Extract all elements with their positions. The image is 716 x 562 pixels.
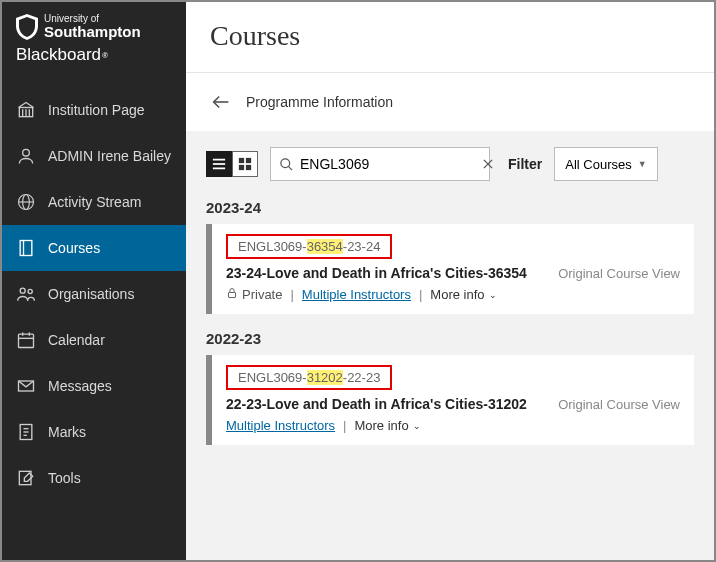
sidebar-item-courses[interactable]: Courses	[2, 225, 186, 271]
nav-label: Tools	[48, 470, 81, 486]
search-icon[interactable]	[279, 157, 294, 172]
course-meta: Private | Multiple Instructors | More in…	[226, 287, 680, 302]
nav-label: Marks	[48, 424, 86, 440]
sidebar-item-tools[interactable]: Tools	[2, 455, 186, 501]
main: Courses Programme Information	[186, 2, 714, 560]
course-title: 22-23-Love and Death in Africa's Cities-…	[226, 396, 527, 412]
course-view-type: Original Course View	[558, 266, 680, 281]
course-view-type: Original Course View	[558, 397, 680, 412]
nav-label: Calendar	[48, 332, 105, 348]
svg-rect-28	[239, 165, 244, 170]
nav: Institution Page ADMIN Irene Bailey Acti…	[2, 83, 186, 501]
clear-icon[interactable]	[481, 157, 495, 171]
svg-point-4	[23, 149, 30, 156]
svg-rect-12	[19, 334, 34, 347]
nav-label: Institution Page	[48, 102, 145, 118]
search-box	[270, 147, 490, 181]
sidebar-item-marks[interactable]: Marks	[2, 409, 186, 455]
search-input[interactable]	[300, 156, 475, 172]
nav-label: Activity Stream	[48, 194, 141, 210]
sidebar-item-messages[interactable]: Messages	[2, 363, 186, 409]
svg-rect-29	[246, 165, 251, 170]
course-card[interactable]: ENGL3069-31202-22-23 22-23-Love and Deat…	[206, 355, 694, 445]
more-info-button[interactable]: More info ⌄	[430, 287, 496, 302]
document-icon	[16, 422, 36, 442]
nav-label: Messages	[48, 378, 112, 394]
content-area: Filter All Courses ▼ 2023-24 ENGL3069-36…	[186, 131, 714, 560]
private-label: Private	[226, 287, 282, 302]
chevron-down-icon: ⌄	[489, 290, 497, 300]
nav-label: Organisations	[48, 286, 134, 302]
svg-point-10	[20, 288, 25, 293]
more-info-button[interactable]: More info ⌄	[354, 418, 420, 433]
sidebar: University of Southampton Blackboard® In…	[2, 2, 186, 560]
course-meta: Multiple Instructors | More info ⌄	[226, 418, 680, 433]
globe-icon	[16, 192, 36, 212]
brand-university: Southampton	[44, 23, 141, 40]
lock-icon	[226, 287, 238, 302]
sidebar-item-admin[interactable]: ADMIN Irene Bailey	[2, 133, 186, 179]
edit-icon	[16, 468, 36, 488]
sidebar-item-institution[interactable]: Institution Page	[2, 87, 186, 133]
sidebar-item-activity[interactable]: Activity Stream	[2, 179, 186, 225]
chevron-down-icon: ▼	[638, 159, 647, 169]
back-arrow-icon[interactable]	[210, 91, 232, 113]
svg-point-30	[281, 158, 290, 167]
filter-label: Filter	[508, 156, 542, 172]
course-card[interactable]: ENGL3069-36354-23-24 23-24-Love and Deat…	[206, 224, 694, 314]
svg-rect-24	[213, 163, 225, 165]
list-view-button[interactable]	[206, 151, 232, 177]
brand-product: Blackboard®	[16, 45, 172, 65]
svg-rect-34	[229, 293, 236, 298]
breadcrumb-row: Programme Information	[186, 73, 714, 131]
instructors-link[interactable]: Multiple Instructors	[302, 287, 411, 302]
institution-icon	[16, 100, 36, 120]
page-header: Courses	[186, 2, 714, 73]
term-heading: 2023-24	[206, 199, 694, 216]
svg-point-11	[28, 289, 32, 293]
svg-rect-27	[246, 158, 251, 163]
svg-line-31	[288, 166, 292, 170]
envelope-icon	[16, 376, 36, 396]
course-id: ENGL3069-31202-22-23	[226, 365, 392, 390]
svg-rect-8	[20, 241, 32, 256]
brand-block: University of Southampton Blackboard®	[2, 2, 186, 83]
course-title: 23-24-Love and Death in Africa's Cities-…	[226, 265, 527, 281]
svg-rect-23	[213, 159, 225, 161]
svg-rect-26	[239, 158, 244, 163]
page-title: Courses	[210, 20, 690, 52]
user-icon	[16, 146, 36, 166]
instructors-link[interactable]: Multiple Instructors	[226, 418, 335, 433]
filter-select[interactable]: All Courses ▼	[554, 147, 657, 181]
book-icon	[16, 238, 36, 258]
chevron-down-icon: ⌄	[413, 421, 421, 431]
course-id: ENGL3069-36354-23-24	[226, 234, 392, 259]
brand-text: University of Southampton	[44, 14, 141, 41]
svg-rect-25	[213, 168, 225, 170]
toolbar: Filter All Courses ▼	[206, 147, 694, 181]
filter-value: All Courses	[565, 157, 631, 172]
sidebar-item-calendar[interactable]: Calendar	[2, 317, 186, 363]
nav-label: Courses	[48, 240, 100, 256]
sidebar-item-organisations[interactable]: Organisations	[2, 271, 186, 317]
users-icon	[16, 284, 36, 304]
calendar-icon	[16, 330, 36, 350]
grid-view-button[interactable]	[232, 151, 258, 177]
nav-label: ADMIN Irene Bailey	[48, 148, 171, 164]
term-heading: 2022-23	[206, 330, 694, 347]
breadcrumb[interactable]: Programme Information	[246, 94, 393, 110]
shield-icon	[16, 14, 38, 43]
view-toggle	[206, 151, 258, 177]
